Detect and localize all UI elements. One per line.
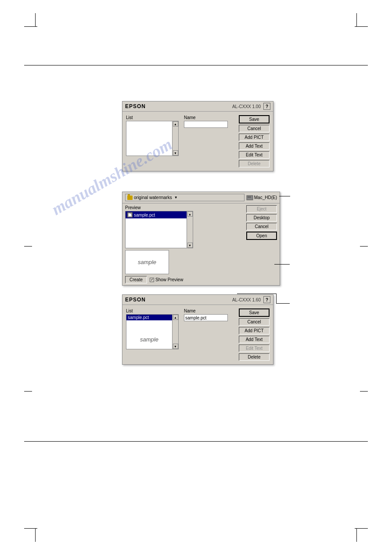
dialog-1-buttons: Save Cancel Add PICT Add Text Edit Text … bbox=[239, 115, 270, 167]
preview-box: sample bbox=[125, 250, 169, 274]
file-scroll-up[interactable]: ▲ bbox=[187, 211, 193, 217]
list-box-1[interactable]: ▲ ▼ bbox=[126, 121, 179, 156]
dialog-2-buttons: Eject Desktop Cancel Open bbox=[246, 205, 277, 283]
eject-button[interactable]: Eject bbox=[246, 205, 277, 213]
dialog-2: original watermarks ▼ Mac_HD(E) Preview bbox=[122, 192, 280, 286]
edit-text-button-3[interactable]: Edit Text bbox=[239, 345, 270, 352]
name-input-1[interactable] bbox=[184, 121, 228, 128]
file-icon bbox=[127, 212, 133, 218]
list-preview-text-3: sample bbox=[140, 336, 158, 343]
scroll-down-1[interactable]: ▼ bbox=[173, 150, 178, 156]
cancel-button-3[interactable]: Cancel bbox=[239, 318, 270, 326]
scroll-up-1[interactable]: ▲ bbox=[173, 121, 178, 127]
open-button[interactable]: Open bbox=[246, 232, 277, 240]
name-row-3: List sample.pct sample ▲ ▼ bbox=[126, 308, 235, 349]
dialog-2-left: Preview sample.pct ▲ ▼ bbox=[125, 205, 243, 283]
dialog-2-top: original watermarks ▼ Mac_HD(E) bbox=[122, 192, 280, 203]
preview-sample-text: sample bbox=[138, 259, 156, 265]
save-button-3[interactable]: Save bbox=[239, 308, 270, 317]
name-label-3: Name bbox=[184, 308, 228, 313]
drive-label: Mac_HD(E) bbox=[246, 195, 277, 201]
dialog-1-body: List ▲ ▼ Name bbox=[122, 112, 273, 171]
list-preview-3: sample bbox=[128, 332, 170, 347]
list-box-3[interactable]: sample.pct sample ▲ ▼ bbox=[126, 314, 179, 349]
show-preview-label: Show Preview bbox=[155, 277, 183, 282]
save-button-1[interactable]: Save bbox=[239, 115, 270, 123]
add-pict-button-3[interactable]: Add PICT bbox=[239, 327, 270, 334]
add-text-button-1[interactable]: Add Text bbox=[239, 142, 270, 150]
connector-preview-h bbox=[279, 196, 290, 196]
file-item-selected[interactable]: sample.pct bbox=[126, 211, 193, 218]
dialog-3-help[interactable]: ? bbox=[263, 296, 270, 303]
dialog-3: EPSON AL-CXXX 1.60 ? List sample.pct sam… bbox=[122, 294, 273, 365]
scroll-down-3[interactable]: ▼ bbox=[173, 344, 178, 349]
desktop-button[interactable]: Desktop bbox=[246, 214, 277, 221]
connector-d3-top bbox=[237, 294, 277, 294]
dialog-3-brand: EPSON bbox=[125, 297, 146, 303]
dialog-1-titlebar: EPSON AL-CXXX 1.00 ? bbox=[122, 102, 273, 112]
add-text-button-3[interactable]: Add Text bbox=[239, 336, 270, 343]
preview-label: Preview bbox=[125, 205, 243, 210]
file-list-scrollbar: ▲ ▼ bbox=[187, 211, 193, 248]
dialog-3-buttons: Save Cancel Add PICT Add Text Edit Text … bbox=[239, 308, 270, 361]
delete-button-1[interactable]: Delete bbox=[239, 160, 270, 167]
cancel-button-2[interactable]: Cancel bbox=[246, 223, 277, 230]
drive-name: Mac_HD(E) bbox=[254, 195, 277, 200]
list-content-3: sample.pct bbox=[126, 315, 172, 320]
edit-text-button-1[interactable]: Edit Text bbox=[239, 151, 270, 159]
scroll-up-3[interactable]: ▲ bbox=[173, 315, 178, 320]
dialog-2-main: Preview sample.pct ▲ ▼ bbox=[122, 203, 280, 285]
name-row-1: List ▲ ▼ Name bbox=[126, 115, 235, 156]
list-scrollbar-3: ▲ ▼ bbox=[172, 315, 178, 349]
dialog-3-titlebar: EPSON AL-CXXX 1.60 ? bbox=[122, 295, 273, 305]
dialog-1: EPSON AL-CXXX 1.00 ? List ▲ ▼ bbox=[122, 101, 273, 171]
list-label-1: List bbox=[126, 115, 179, 120]
file-item-label: sample.pct bbox=[134, 213, 155, 218]
delete-button-3[interactable]: Delete bbox=[239, 353, 270, 361]
folder-icon bbox=[127, 196, 133, 200]
name-input-3[interactable] bbox=[184, 314, 228, 321]
connector-d3-v bbox=[276, 294, 277, 304]
list-scrollbar-1: ▲ ▼ bbox=[172, 121, 178, 156]
dialog-1-left: List ▲ ▼ Name bbox=[126, 115, 235, 167]
show-preview-checkbox-label[interactable]: ✓ Show Preview bbox=[150, 277, 183, 282]
show-preview-checkbox[interactable]: ✓ bbox=[150, 278, 154, 282]
cancel-button-1[interactable]: Cancel bbox=[239, 125, 270, 132]
dialog-1-brand: EPSON bbox=[125, 103, 146, 109]
file-scroll-down[interactable]: ▼ bbox=[187, 243, 193, 248]
drive-icon bbox=[246, 195, 253, 201]
folder-dropdown[interactable]: original watermarks ▼ bbox=[125, 194, 245, 201]
list-item-3[interactable]: sample.pct bbox=[126, 315, 172, 320]
dropdown-arrow: ▼ bbox=[174, 196, 178, 200]
dialog-1-help[interactable]: ? bbox=[263, 103, 270, 110]
dialog-1-model: AL-CXXX 1.00 bbox=[232, 104, 261, 109]
dialog-2-bottom-left: Create ✓ Show Preview bbox=[125, 276, 243, 283]
dialog-3-model: AL-CXXX 1.60 bbox=[232, 297, 261, 302]
dialog-3-body: List sample.pct sample ▲ ▼ bbox=[122, 305, 273, 364]
create-button[interactable]: Create bbox=[125, 276, 147, 283]
add-pict-button-1[interactable]: Add PICT bbox=[239, 134, 270, 141]
folder-name: original watermarks bbox=[134, 195, 172, 200]
dialog-3-left: List sample.pct sample ▲ ▼ bbox=[126, 308, 235, 361]
svg-rect-1 bbox=[248, 196, 251, 198]
file-list[interactable]: sample.pct ▲ ▼ bbox=[125, 211, 193, 248]
name-label-1: Name bbox=[184, 115, 228, 120]
list-label-3: List bbox=[126, 308, 179, 313]
connector-d3-save bbox=[277, 303, 290, 304]
